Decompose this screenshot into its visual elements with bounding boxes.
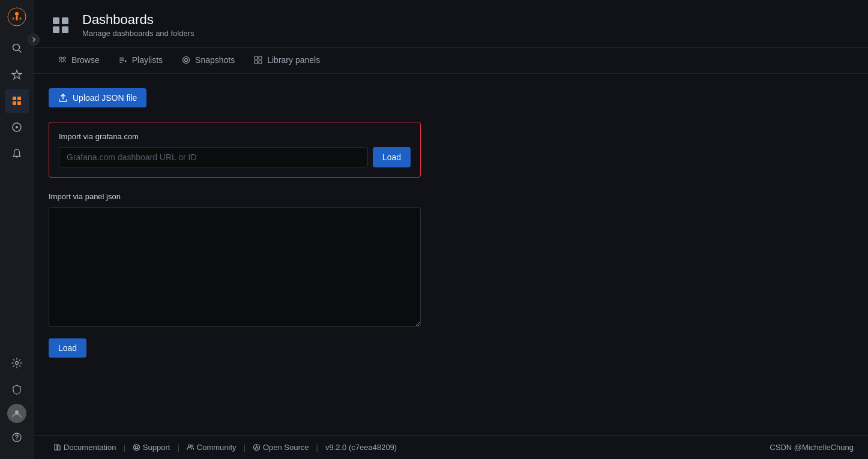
svg-point-20 (59, 57, 62, 59)
svg-rect-24 (119, 62, 122, 63)
svg-rect-16 (53, 17, 59, 24)
svg-rect-18 (53, 26, 59, 33)
sidebar-nav (5, 36, 29, 351)
footer-links: Documentation | Support | (49, 443, 402, 452)
playlists-icon (119, 56, 127, 64)
tab-playlists[interactable]: Playlists (109, 48, 172, 73)
import-panel-json-load-label: Load (58, 343, 77, 353)
svg-point-33 (188, 445, 190, 447)
footer-support-link[interactable]: Support (128, 443, 175, 452)
import-grafana-box: Import via grafana.com Load (49, 122, 421, 178)
footer-open-source-link[interactable]: Open Source (248, 443, 314, 452)
import-grafana-load-button[interactable]: Load (373, 147, 411, 167)
sidebar-toggle-button[interactable] (28, 34, 40, 46)
svg-point-21 (63, 57, 65, 59)
svg-rect-19 (62, 26, 68, 33)
import-grafana-load-label: Load (382, 152, 401, 162)
footer-documentation-label: Documentation (64, 443, 116, 452)
footer-sep-2: | (177, 443, 179, 452)
svg-rect-23 (119, 60, 124, 61)
footer-version: v9.2.0 (c7eea48209) (321, 443, 402, 452)
tab-browse[interactable]: Browse (49, 48, 109, 73)
user-avatar[interactable] (7, 404, 26, 423)
svg-rect-6 (13, 97, 16, 100)
svg-point-5 (13, 44, 20, 51)
upload-json-label: Upload JSON file (73, 93, 137, 103)
sidebar-item-starred[interactable] (5, 62, 29, 86)
svg-point-32 (135, 446, 137, 449)
import-panel-json-label: Import via panel json (49, 192, 421, 201)
sidebar-item-settings[interactable] (5, 351, 29, 375)
svg-point-3 (12, 17, 14, 20)
sidebar-item-explore[interactable] (5, 115, 29, 139)
svg-point-34 (191, 445, 193, 447)
footer-sep-3: | (244, 443, 246, 452)
page-content: Upload JSON file Import via grafana.com … (34, 74, 868, 435)
page-subtitle: Manage dashboards and folders (82, 29, 194, 38)
footer-open-source-label: Open Source (263, 443, 309, 452)
footer-community-link[interactable]: Community (182, 443, 241, 452)
svg-rect-8 (13, 101, 16, 105)
footer-sep-1: | (123, 443, 125, 452)
tabs-bar: Browse Playlists (34, 48, 868, 74)
library-icon (254, 56, 262, 64)
import-grafana-input[interactable] (59, 147, 368, 167)
main-content: Dashboards Manage dashboards and folders… (34, 0, 868, 459)
footer-documentation-link[interactable]: Documentation (49, 443, 121, 452)
sidebar-item-search[interactable] (5, 36, 29, 60)
page-header-text: Dashboards Manage dashboards and folders (82, 12, 194, 38)
browse-icon (58, 56, 67, 64)
tab-snapshots-label: Snapshots (195, 55, 235, 65)
svg-point-26 (185, 59, 188, 62)
svg-point-1 (15, 12, 19, 16)
svg-rect-28 (259, 56, 262, 59)
svg-point-13 (15, 410, 19, 414)
import-panel-json-load-button[interactable]: Load (49, 338, 86, 358)
svg-point-15 (16, 439, 17, 440)
page-header: Dashboards Manage dashboards and folders (34, 0, 868, 48)
upload-json-button[interactable]: Upload JSON file (49, 88, 146, 107)
sidebar-item-shield[interactable] (5, 377, 29, 401)
sidebar-item-help[interactable] (5, 425, 29, 449)
sidebar-item-alerting[interactable] (5, 142, 29, 166)
svg-rect-27 (255, 56, 258, 59)
tab-browse-label: Browse (71, 55, 100, 65)
snapshots-icon (182, 56, 190, 64)
page-title: Dashboards (82, 12, 194, 28)
sidebar (0, 0, 34, 459)
footer-community-label: Community (197, 443, 237, 452)
footer-credit: CSDN @MichelleChung (770, 443, 854, 452)
import-panel-json-section: Import via panel json Load (49, 192, 421, 358)
footer-support-label: Support (143, 443, 170, 452)
svg-rect-29 (255, 61, 258, 64)
page-footer: Documentation | Support | (34, 435, 868, 459)
page-header-icon (49, 13, 73, 37)
svg-rect-30 (259, 61, 262, 64)
svg-point-11 (16, 126, 18, 128)
svg-rect-2 (16, 16, 18, 20)
sidebar-bottom (5, 351, 29, 454)
svg-point-4 (19, 17, 22, 20)
svg-rect-17 (62, 17, 68, 24)
import-grafana-label: Import via grafana.com (59, 132, 411, 141)
svg-point-12 (16, 362, 19, 365)
tab-snapshots[interactable]: Snapshots (172, 48, 244, 73)
svg-rect-9 (17, 101, 21, 105)
svg-point-25 (183, 57, 190, 64)
svg-rect-22 (119, 58, 124, 59)
svg-rect-7 (17, 97, 21, 100)
tab-library-panels-label: Library panels (267, 55, 320, 65)
import-panel-json-textarea[interactable] (49, 207, 421, 327)
footer-sep-4: | (316, 443, 318, 452)
tab-library-panels[interactable]: Library panels (244, 48, 330, 73)
grafana-logo[interactable] (7, 7, 26, 26)
tab-playlists-label: Playlists (132, 55, 163, 65)
sidebar-item-dashboards[interactable] (5, 89, 29, 113)
import-grafana-row: Load (59, 147, 411, 167)
